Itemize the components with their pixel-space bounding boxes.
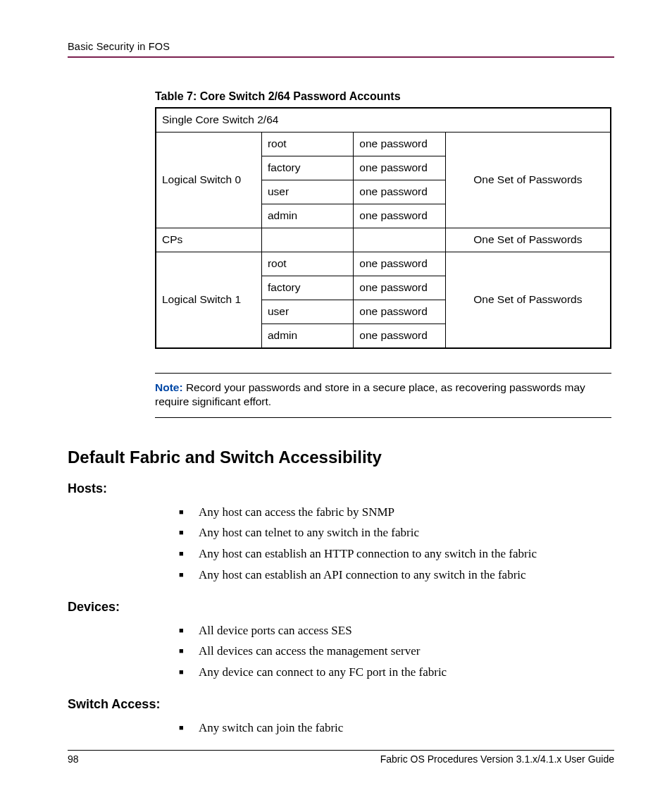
table-row: Logical Switch 0 root one password One S… [156, 133, 611, 156]
cell-oneset: One Set of Passwords [445, 228, 611, 252]
hosts-list: Any host can access the fabric by SNMP A… [68, 502, 614, 586]
subheading-switch: Switch Access: [68, 697, 614, 712]
cell: one password [354, 180, 445, 204]
note-block: Note: Record your passwords and store in… [155, 373, 611, 418]
cell [261, 228, 353, 252]
cell: factory [261, 156, 353, 180]
list-item: Any device can connect to any FC port in… [179, 662, 614, 683]
table-row: Logical Switch 1 root one password One S… [156, 252, 611, 276]
cell: one password [354, 252, 445, 276]
cell-oneset: One Set of Passwords [445, 133, 611, 228]
cell-ls1: Logical Switch 1 [156, 252, 261, 349]
subheading-devices: Devices: [68, 600, 614, 615]
cell-title: Single Core Switch 2/64 [156, 108, 611, 133]
cell: one password [354, 300, 445, 324]
cell: admin [261, 324, 353, 349]
cell: one password [354, 156, 445, 180]
list-item: All device ports can access SES [179, 620, 614, 641]
header-left: Basic Security in FOS [68, 41, 170, 52]
cell: one password [354, 276, 445, 300]
table-row: Single Core Switch 2/64 [156, 108, 611, 133]
note-text: Record your passwords and store in a sec… [155, 381, 585, 407]
table-row: CPs One Set of Passwords [156, 228, 611, 252]
subheading-hosts: Hosts: [68, 481, 614, 496]
cell: root [261, 133, 353, 156]
list-item: All devices can access the management se… [179, 641, 614, 662]
cell [354, 228, 445, 252]
cell: user [261, 180, 353, 204]
switch-list: Any switch can join the fabric [68, 717, 614, 739]
note-label: Note: [155, 381, 183, 393]
cell-oneset: One Set of Passwords [445, 252, 611, 349]
footer-rule [68, 750, 614, 751]
cell: factory [261, 276, 353, 300]
list-item: Any switch can join the fabric [179, 717, 614, 739]
cell: admin [261, 204, 353, 228]
list-item: Any host can establish an API connection… [179, 565, 614, 586]
cell: root [261, 252, 353, 276]
list-item: Any host can establish an HTTP connectio… [179, 543, 614, 565]
cell: user [261, 300, 353, 324]
devices-list: All device ports can access SES All devi… [68, 620, 614, 683]
header-rule [68, 56, 614, 58]
footer-title: Fabric OS Procedures Version 3.1.x/4.1.x… [380, 753, 614, 765]
cell: one password [354, 204, 445, 228]
footer: 98 Fabric OS Procedures Version 3.1.x/4.… [68, 750, 614, 765]
list-item: Any host can telnet to any switch in the… [179, 522, 614, 543]
cell: one password [354, 133, 445, 156]
cell: one password [354, 324, 445, 349]
cell-ls0: Logical Switch 0 [156, 133, 261, 228]
table-caption: Table 7: Core Switch 2/64 Password Accou… [155, 90, 611, 103]
list-item: Any host can access the fabric by SNMP [179, 502, 614, 523]
password-accounts-table: Single Core Switch 2/64 Logical Switch 0… [155, 107, 611, 349]
page-number: 98 [68, 753, 79, 765]
section-heading: Default Fabric and Switch Accessibility [68, 448, 614, 467]
cell-cps: CPs [156, 228, 261, 252]
